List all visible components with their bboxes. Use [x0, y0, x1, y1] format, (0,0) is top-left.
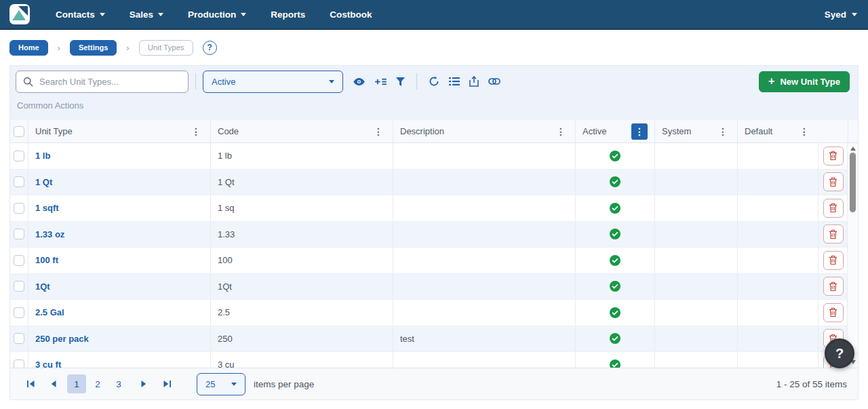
- description-cell: [393, 222, 576, 248]
- status-filter-dropdown[interactable]: Active: [203, 71, 343, 93]
- active-cell: [576, 274, 655, 300]
- active-check-icon: [610, 333, 620, 344]
- delete-button[interactable]: [823, 147, 844, 165]
- row-checkbox[interactable]: [14, 203, 24, 214]
- nav-item-reports[interactable]: Reports: [271, 9, 305, 20]
- user-menu[interactable]: Syed: [825, 9, 857, 20]
- next-page-button[interactable]: [134, 374, 153, 393]
- select-all-checkbox[interactable]: [14, 126, 24, 137]
- row-checkbox[interactable]: [14, 151, 24, 161]
- list-view-button[interactable]: [449, 73, 460, 90]
- row-checkbox[interactable]: [14, 281, 24, 292]
- unit-type-link[interactable]: 1.33 oz: [35, 229, 64, 239]
- unit-type-link[interactable]: 3 cu ft: [35, 359, 61, 368]
- eye-icon: [353, 77, 366, 86]
- table-row: 1.33 oz 1.33: [10, 222, 858, 248]
- scroll-up-arrow-icon[interactable]: [850, 147, 856, 151]
- floating-help-button[interactable]: ?: [825, 338, 854, 368]
- row-select-cell: [10, 352, 28, 368]
- column-header-label: Active: [583, 126, 606, 136]
- column-header-system[interactable]: System ⋮: [655, 120, 738, 142]
- trash-icon: [829, 203, 837, 213]
- unit-type-link[interactable]: 1Qt: [35, 281, 50, 292]
- filter-button[interactable]: [396, 73, 405, 90]
- row-checkbox[interactable]: [14, 176, 24, 187]
- unit-type-link[interactable]: 1 sqft: [35, 203, 59, 213]
- refresh-button[interactable]: [429, 73, 439, 90]
- page-button-1[interactable]: 1: [67, 374, 86, 393]
- column-menu-icon[interactable]: ⋮: [797, 125, 812, 138]
- table-body: 1 lb 1 lb 1 Qt 1 Qt: [10, 143, 858, 368]
- breadcrumb-home[interactable]: Home: [9, 40, 48, 56]
- page-button-3[interactable]: 3: [109, 374, 128, 393]
- active-check-icon: [610, 359, 620, 368]
- row-select-cell: [10, 326, 28, 352]
- search-input[interactable]: [39, 77, 181, 87]
- breadcrumb-unit-types[interactable]: Unit Types: [139, 40, 193, 56]
- description-cell: [393, 170, 576, 195]
- app-logo[interactable]: [9, 4, 30, 24]
- delete-button[interactable]: [823, 251, 844, 270]
- column-menu-icon[interactable]: ⋮: [631, 123, 648, 140]
- nav-item-contacts[interactable]: Contacts: [56, 9, 105, 20]
- new-unit-type-button[interactable]: + New Unit Type: [759, 71, 850, 92]
- column-header-default[interactable]: Default ⋮: [738, 120, 818, 142]
- unit-type-link[interactable]: 1 lb: [35, 151, 50, 161]
- unit-type-link[interactable]: 1 Qt: [35, 177, 52, 187]
- page-size-dropdown[interactable]: 25: [197, 373, 245, 395]
- common-actions-link[interactable]: Common Actions: [10, 96, 858, 120]
- breadcrumb: Home›Settings›Unit Types ?: [0, 30, 868, 65]
- delete-button[interactable]: [823, 277, 844, 296]
- vertical-scrollbar[interactable]: [847, 143, 858, 368]
- header-actions-cell: [818, 120, 848, 142]
- column-header-unit-type[interactable]: Unit Type ⋮: [28, 120, 211, 142]
- row-checkbox[interactable]: [14, 307, 24, 318]
- column-header-active[interactable]: Active ⋮: [576, 120, 655, 142]
- chevron-down-icon: [100, 13, 105, 16]
- main-panel: Active: [9, 65, 859, 400]
- delete-button[interactable]: [823, 172, 844, 191]
- unit-type-link[interactable]: 100 ft: [35, 255, 58, 265]
- breadcrumb-settings[interactable]: Settings: [70, 40, 117, 56]
- export-button[interactable]: [469, 73, 479, 90]
- description-cell: [393, 352, 576, 368]
- column-chooser-button[interactable]: [375, 73, 387, 90]
- new-unit-type-label: New Unit Type: [780, 77, 840, 87]
- visibility-button[interactable]: [353, 73, 366, 90]
- unit-type-link[interactable]: 250 per pack: [35, 334, 89, 344]
- row-actions-cell: [818, 300, 848, 326]
- active-check-icon: [610, 203, 620, 214]
- nav-item-sales[interactable]: Sales: [130, 9, 163, 20]
- row-checkbox[interactable]: [14, 255, 24, 266]
- delete-button[interactable]: [823, 225, 844, 244]
- last-page-button[interactable]: [157, 374, 176, 393]
- row-checkbox[interactable]: [14, 229, 24, 239]
- row-checkbox[interactable]: [14, 359, 24, 368]
- row-checkbox[interactable]: [14, 333, 24, 344]
- column-menu-icon[interactable]: ⋮: [189, 125, 203, 138]
- scrollbar-thumb[interactable]: [850, 153, 856, 212]
- app-root: ContactsSalesProductionReportsCostbook S…: [0, 0, 868, 400]
- column-header-code[interactable]: Code ⋮: [211, 120, 393, 142]
- code-cell: 250: [211, 326, 393, 352]
- help-icon[interactable]: ?: [203, 41, 217, 55]
- nav-item-production[interactable]: Production: [188, 9, 246, 20]
- row-select-cell: [10, 300, 28, 326]
- column-header-description[interactable]: Description ⋮: [393, 120, 576, 142]
- link-button[interactable]: [488, 73, 500, 90]
- search-icon: [23, 77, 33, 87]
- previous-page-button[interactable]: [44, 374, 63, 393]
- toolbar-divider: [416, 73, 417, 90]
- unit-type-link[interactable]: 2.5 Gal: [35, 307, 64, 317]
- delete-button[interactable]: [823, 303, 844, 322]
- nav-item-costbook[interactable]: Costbook: [330, 9, 372, 20]
- first-page-button[interactable]: [21, 374, 40, 393]
- delete-button[interactable]: [823, 199, 844, 218]
- column-menu-icon[interactable]: ⋮: [553, 125, 568, 138]
- page-button-2[interactable]: 2: [88, 374, 107, 393]
- chevron-down-icon: [241, 13, 246, 16]
- column-menu-icon[interactable]: ⋮: [715, 125, 730, 138]
- column-header-label: Code: [218, 126, 239, 136]
- code-cell: 3 cu: [211, 352, 393, 368]
- column-menu-icon[interactable]: ⋮: [371, 125, 386, 138]
